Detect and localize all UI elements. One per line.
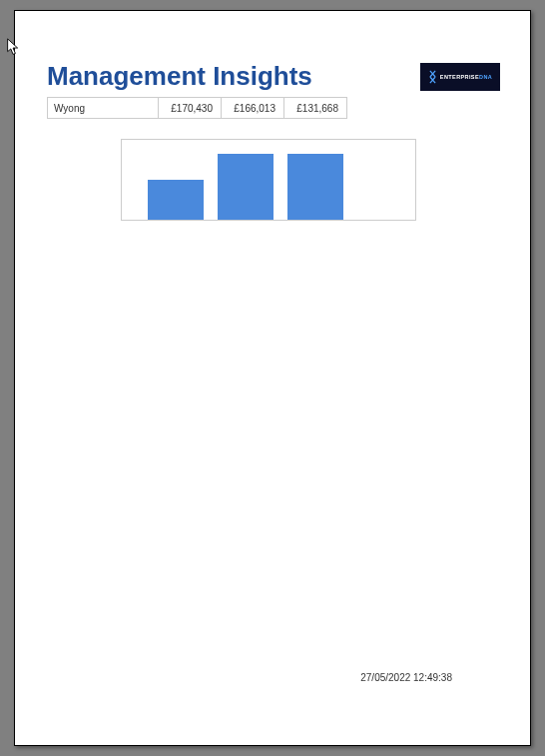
logo-glyph-icon [428,70,437,84]
bar-chart [121,139,416,221]
chart-bar [287,154,343,220]
footer-timestamp: 27/05/2022 12:49:38 [360,672,452,683]
row-label: Wyong [48,98,159,119]
data-table: Wyong £170,430 £166,013 £131,668 [47,97,347,119]
page-header: Management Insights ENTERPRISEDNA [47,61,500,92]
logo-text: ENTERPRISEDNA [440,74,492,80]
document-page: Management Insights ENTERPRISEDNA Wyong … [14,10,531,746]
row-cell: £170,430 [159,98,222,119]
row-cell: £131,668 [284,98,347,119]
pdf-viewer-frame: Management Insights ENTERPRISEDNA Wyong … [0,0,545,756]
row-cell: £166,013 [222,98,284,119]
chart-bar [148,180,204,220]
cursor-icon [6,38,22,58]
brand-logo: ENTERPRISEDNA [420,63,500,91]
table-row: Wyong £170,430 £166,013 £131,668 [48,98,347,119]
chart-plot-area [122,140,415,220]
page-title: Management Insights [47,61,312,92]
chart-bar [218,154,273,220]
logo-text-accent: DNA [479,74,492,80]
logo-text-main: ENTERPRISE [440,74,479,80]
